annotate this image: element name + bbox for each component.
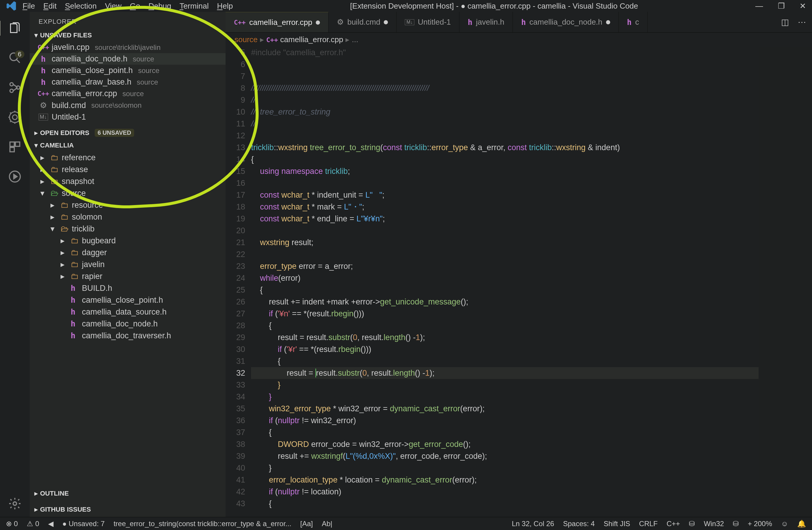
unsaved-file-item[interactable]: C++javelin.cppsource\tricklib\javelin [30, 42, 226, 53]
run-icon[interactable] [8, 169, 22, 184]
minimap[interactable] [758, 47, 812, 517]
close-icon[interactable]: ✕ [799, 1, 806, 11]
unsaved-file-item[interactable]: C++camellia_error.cppsource [30, 88, 226, 99]
status-back-icon[interactable]: ◀ [48, 520, 54, 528]
menu-debug[interactable]: Debug [148, 1, 171, 11]
status-platform[interactable]: Win32 [704, 520, 724, 528]
status-unsaved[interactable]: ● Unsaved: 7 [62, 520, 105, 528]
status-language[interactable]: C++ [667, 520, 680, 528]
debug-icon[interactable] [8, 110, 22, 124]
section-unsaved-files[interactable]: ▾UNSAVED FILES [30, 29, 226, 42]
svg-rect-5 [10, 142, 15, 147]
breadcrumb-seg[interactable]: camellia_error.cpp [280, 35, 343, 44]
unsaved-file-item[interactable]: hcamellia_draw_base.hsource [30, 76, 226, 88]
menu-bar: File Edit Selection View Go Debug Termin… [23, 1, 233, 11]
tree-item[interactable]: hcamellia_data_source.h [33, 306, 226, 318]
status-ab[interactable]: Ab| [322, 520, 332, 528]
status-encoding[interactable]: Shift JIS [604, 520, 630, 528]
svg-rect-6 [15, 142, 20, 147]
tree-item[interactable]: ▸🗀snapshot [33, 175, 226, 187]
status-db2-icon[interactable]: ⛁ [733, 520, 739, 528]
unsaved-file-item[interactable]: hcamellia_doc_node.hsource [30, 53, 226, 65]
minimize-icon[interactable]: — [755, 1, 763, 11]
breadcrumb-seg[interactable]: source [234, 35, 258, 44]
svg-point-1 [10, 83, 13, 86]
tree-item[interactable]: hcamellia_close_point.h [33, 294, 226, 306]
code-text[interactable]: #include "camellia_error.h" ////////////… [251, 47, 758, 517]
tree-item[interactable]: hcamellia_doc_traverser.h [33, 330, 226, 341]
window-title: [Extension Development Host] - ● camelli… [233, 1, 755, 11]
explorer-badge: 6 [15, 50, 24, 58]
status-db-icon[interactable]: ⛁ [689, 520, 695, 528]
unsaved-file-item[interactable]: M↓Untitled-1 [30, 111, 226, 123]
line-gutter: 5678910111213141516171819202122232425262… [226, 47, 251, 517]
breadcrumb[interactable]: source▸C++ camellia_error.cpp▸... [226, 33, 812, 47]
scm-icon[interactable] [8, 80, 22, 95]
menu-terminal[interactable]: Terminal [179, 1, 209, 11]
editor-tab[interactable]: ⚙build.cmd [329, 12, 396, 32]
tree-item[interactable]: ▸🗀reference [33, 152, 226, 163]
editor-tab[interactable]: hcamellia_doc_node.h [513, 12, 619, 32]
titlebar: File Edit Selection View Go Debug Termin… [0, 0, 812, 12]
menu-help[interactable]: Help [217, 1, 233, 11]
status-feedback-icon[interactable]: ☺ [781, 520, 788, 528]
editor-tab[interactable]: hjavelin.h [460, 12, 513, 32]
editor-tabs: C++camellia_error.cpp⚙build.cmdM↓Untitle… [226, 12, 812, 33]
maximize-icon[interactable]: ❐ [778, 1, 785, 11]
status-bar: ⊗ 0 ⚠ 0 ◀ ● Unsaved: 7 tree_error_to_str… [0, 517, 812, 530]
section-workspace[interactable]: ▾CAMELLIA [30, 139, 226, 152]
code-editor[interactable]: 5678910111213141516171819202122232425262… [226, 47, 812, 517]
window-controls: — ❐ ✕ [755, 1, 806, 11]
tree-item[interactable]: ▸🗀javelin [33, 259, 226, 270]
vscode-logo-icon [6, 1, 17, 11]
editor-tab[interactable]: C++camellia_error.cpp [226, 12, 329, 32]
menu-edit[interactable]: Edit [43, 1, 57, 11]
section-outline[interactable]: ▸OUTLINE [30, 487, 226, 500]
tree-item[interactable]: ▸🗀release [33, 163, 226, 175]
section-github-issues[interactable]: ▸GITHUB ISSUES [30, 503, 226, 516]
more-actions-icon[interactable]: ⋯ [798, 17, 806, 27]
tree-item[interactable]: ▸🗀solomon [33, 211, 226, 223]
status-spaces[interactable]: Spaces: 4 [563, 520, 595, 528]
section-open-editors[interactable]: ▸OPEN EDITORS6 UNSAVED [30, 127, 226, 139]
editor-area: C++camellia_error.cpp⚙build.cmdM↓Untitle… [226, 12, 812, 517]
sidebar: EXPLORER ▾UNSAVED FILES C++javelin.cppso… [30, 12, 226, 517]
status-zoom[interactable]: + 200% [748, 520, 772, 528]
tree-item[interactable]: ▾🗁tricklib [33, 223, 226, 235]
extensions-icon[interactable] [8, 139, 22, 154]
menu-view[interactable]: View [105, 1, 122, 11]
tree-item[interactable]: ▸🗀rapier [33, 270, 226, 282]
split-editor-icon[interactable]: ◫ [781, 17, 789, 27]
status-function[interactable]: tree_error_to_string(const tricklib::err… [114, 520, 291, 528]
status-position[interactable]: Ln 32, Col 26 [512, 520, 554, 528]
unsaved-file-item[interactable]: ⚙build.cmdsource\solomon [30, 99, 226, 111]
sidebar-header: EXPLORER [30, 12, 226, 29]
status-eol[interactable]: CRLF [639, 520, 658, 528]
svg-rect-7 [10, 147, 15, 152]
tree-item[interactable]: ▸🗀resource [33, 199, 226, 211]
status-warnings[interactable]: ⚠ 0 [27, 520, 39, 528]
status-bell-icon[interactable]: 🔔 [797, 520, 806, 528]
status-errors[interactable]: ⊗ 0 [6, 520, 18, 528]
tree-item[interactable]: hcamellia_doc_node.h [33, 318, 226, 330]
menu-selection[interactable]: Selection [65, 1, 97, 11]
svg-point-9 [13, 502, 17, 505]
unsaved-file-item[interactable]: hcamellia_close_point.hsource [30, 65, 226, 76]
activity-bar: 6 [0, 12, 30, 517]
tree-item[interactable]: ▸🗀bugbeard [33, 235, 226, 247]
editor-tab[interactable]: hc [619, 12, 648, 32]
menu-file[interactable]: File [23, 1, 35, 11]
status-aa[interactable]: [Aa] [300, 520, 313, 528]
tree-item[interactable]: ▾🗁source [33, 187, 226, 199]
editor-tab[interactable]: M↓Untitled-1 [396, 12, 460, 32]
gear-icon[interactable] [8, 496, 22, 511]
explorer-icon[interactable] [0, 21, 22, 35]
menu-go[interactable]: Go [130, 1, 140, 11]
tree-item[interactable]: hBUILD.h [33, 282, 226, 294]
tree-item[interactable]: ▸🗀dagger [33, 247, 226, 259]
svg-point-2 [10, 89, 13, 92]
breadcrumb-seg[interactable]: ... [352, 35, 358, 44]
